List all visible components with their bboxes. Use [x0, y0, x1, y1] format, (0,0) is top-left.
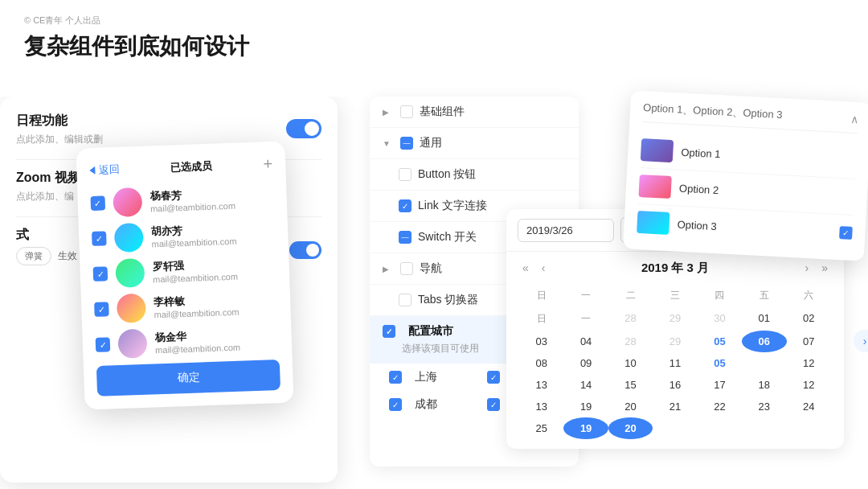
- checkbox-basics[interactable]: [400, 105, 413, 118]
- schedule-title: 日程功能: [16, 113, 321, 129]
- cal-day-today[interactable]: 06: [742, 331, 786, 352]
- prev-year-button[interactable]: «: [519, 260, 532, 276]
- member-checkbox-1[interactable]: [90, 195, 105, 211]
- zoom-toggle[interactable]: [289, 241, 321, 259]
- cal-day[interactable]: 05: [698, 331, 742, 352]
- cal-day[interactable]: 13: [519, 374, 563, 396]
- checkbox-general[interactable]: [400, 137, 413, 150]
- city-label-chengdu: 成都: [415, 397, 437, 412]
- city-checkbox-shanghai[interactable]: [389, 371, 402, 384]
- cal-day[interactable]: 29: [653, 307, 697, 331]
- cal-day[interactable]: 13: [519, 396, 563, 417]
- checkbox-tabs[interactable]: [399, 294, 411, 306]
- member-item: 杨金华 mail@teambition.com: [95, 324, 279, 360]
- checkbox-nav[interactable]: [400, 262, 413, 275]
- selected-members-label: 已选成员: [170, 158, 213, 175]
- member-checkbox-3[interactable]: [93, 266, 108, 281]
- cal-day[interactable]: 30: [698, 307, 742, 331]
- member-item: 杨春芳 mail@teambition.com: [90, 183, 274, 218]
- tree-label-nav: 导航: [420, 261, 442, 276]
- dropdown-card: Option 1、Option 2、Option 3 ∧ Option 1 Op…: [623, 90, 868, 261]
- cal-day[interactable]: 05: [698, 352, 742, 374]
- tree-label-link: Link 文字连接: [418, 199, 487, 213]
- cal-day[interactable]: 10: [608, 352, 653, 374]
- next-year-button[interactable]: »: [818, 260, 831, 276]
- cal-day[interactable]: 28: [608, 307, 653, 331]
- dropdown-header: Option 1、Option 2、Option 3 ∧: [642, 101, 858, 134]
- dropdown-selected-text: Option 1、Option 2、Option 3: [643, 101, 783, 122]
- cal-day[interactable]: 17: [698, 374, 742, 396]
- weekday-sat: 六: [787, 284, 831, 307]
- checkbox-link[interactable]: [399, 199, 411, 212]
- cal-day[interactable]: 03: [519, 331, 563, 352]
- avatar-1: [113, 187, 142, 217]
- next-month-button[interactable]: ›: [802, 260, 813, 276]
- city-label-shanghai: 上海: [415, 370, 437, 384]
- tree-label-tabs: Tabs 切换器: [418, 293, 478, 307]
- add-member-button[interactable]: +: [263, 154, 272, 173]
- cal-day[interactable]: 01: [742, 307, 786, 331]
- cal-day[interactable]: 04: [563, 331, 608, 352]
- checkbox-button[interactable]: [399, 168, 411, 181]
- checkbox-switch[interactable]: [399, 231, 411, 244]
- cal-day[interactable]: 24: [787, 396, 831, 417]
- city-checkbox-wuhan[interactable]: [487, 398, 500, 411]
- member-info-4: 李梓敏 mail@teambition.com: [154, 291, 278, 319]
- cal-day[interactable]: 20: [608, 396, 653, 417]
- city-checkbox-beijing[interactable]: [487, 371, 500, 384]
- tree-label-general: 通用: [420, 136, 442, 150]
- arrow-left-icon: [89, 166, 95, 174]
- cal-day[interactable]: 12: [787, 374, 831, 396]
- city-checkbox-chengdu[interactable]: [389, 398, 402, 411]
- right-nav-arrow[interactable]: ›: [854, 330, 868, 352]
- start-date-input[interactable]: 2019/3/26: [518, 219, 614, 242]
- cal-day[interactable]: 15: [608, 374, 653, 396]
- prev-month-button[interactable]: ‹: [538, 260, 549, 276]
- member-checkbox-2[interactable]: [92, 231, 107, 246]
- cal-day[interactable]: 29: [653, 331, 697, 352]
- cal-day[interactable]: 28: [608, 331, 653, 352]
- option-thumb-3: [637, 211, 669, 235]
- member-info-5: 杨金华 mail@teambition.com: [154, 327, 279, 355]
- back-button[interactable]: 返回: [89, 162, 120, 177]
- weekday-thu: 四: [698, 284, 742, 307]
- config-title-text: 配置城市: [408, 324, 453, 339]
- config-city-checkbox[interactable]: [383, 325, 395, 338]
- member-item: 李梓敏 mail@teambition.com: [94, 289, 278, 324]
- header: © CE青年 个人出品 复杂组件到底如何设计: [0, 0, 868, 70]
- weekday-mon2: 一: [563, 307, 608, 331]
- cal-day[interactable]: 08: [519, 352, 563, 374]
- cal-day[interactable]: 11: [653, 352, 697, 374]
- bullet-button[interactable]: 弹簧: [16, 247, 51, 265]
- avatar-5: [117, 329, 147, 359]
- cal-day[interactable]: [742, 352, 786, 374]
- avatar-3: [115, 258, 145, 288]
- cal-day-today3[interactable]: 20: [608, 417, 653, 439]
- cal-day[interactable]: 19: [563, 396, 608, 417]
- confirm-button[interactable]: 确定: [96, 360, 280, 397]
- cal-day[interactable]: 16: [653, 374, 697, 396]
- cal-day[interactable]: 12: [787, 352, 831, 374]
- schedule-toggle[interactable]: [286, 119, 321, 138]
- city-item-chengdu[interactable]: 成都: [376, 391, 474, 418]
- cal-day[interactable]: 18: [742, 374, 786, 396]
- member-item: 罗轩强 mail@teambition.com: [92, 253, 276, 289]
- member-card-header: 返回 已选成员 +: [89, 154, 273, 179]
- avatar-2: [114, 223, 144, 253]
- weekday-fri: 五: [742, 284, 786, 307]
- calendar-month-title: 2019 年 3 月: [555, 261, 795, 276]
- cal-day[interactable]: 25: [519, 417, 563, 439]
- option-thumb-1: [641, 138, 674, 162]
- cal-day[interactable]: 22: [698, 396, 742, 417]
- cal-day[interactable]: 14: [563, 374, 608, 396]
- member-info-3: 罗轩强 mail@teambition.com: [152, 256, 276, 284]
- cal-day[interactable]: 09: [563, 352, 608, 374]
- member-checkbox-4[interactable]: [94, 302, 109, 317]
- member-checkbox-5[interactable]: [96, 337, 111, 352]
- cal-day[interactable]: 21: [653, 396, 697, 417]
- city-item-shanghai[interactable]: 上海: [376, 364, 474, 391]
- cal-day[interactable]: 02: [787, 307, 831, 331]
- cal-day[interactable]: 23: [742, 396, 786, 417]
- cal-day-today2[interactable]: 19: [563, 417, 608, 439]
- cal-day[interactable]: 07: [787, 331, 831, 352]
